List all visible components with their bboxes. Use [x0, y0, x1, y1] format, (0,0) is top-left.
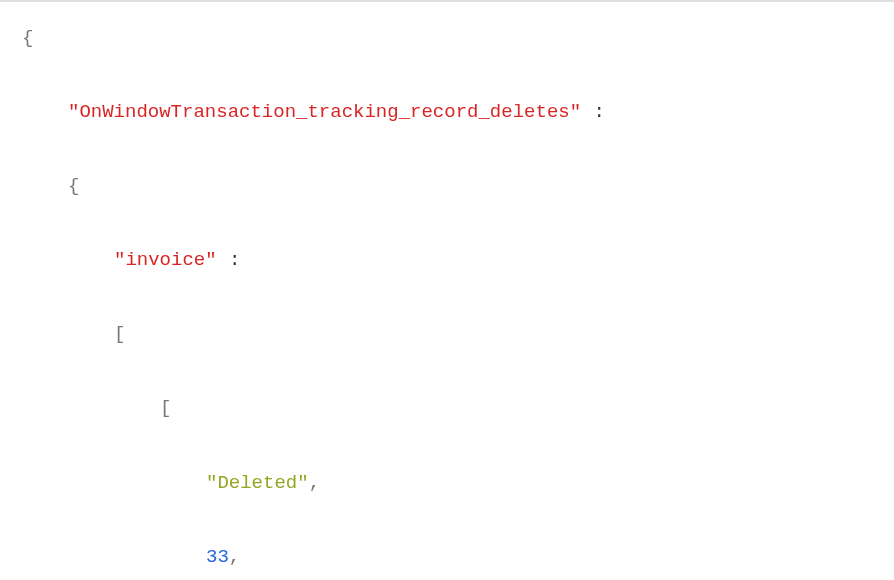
- bracket-open: [: [114, 323, 125, 345]
- brace-open: {: [22, 27, 33, 49]
- colon: :: [217, 249, 242, 271]
- code-line: 33,: [22, 539, 872, 576]
- code-line: {: [22, 20, 872, 57]
- json-number: 33: [206, 546, 229, 568]
- comma: ,: [229, 546, 240, 568]
- code-line: "invoice" :: [22, 242, 872, 279]
- code-line: {: [22, 168, 872, 205]
- bracket-open: [: [160, 397, 171, 419]
- code-line: "OnWindowTransaction_tracking_record_del…: [22, 94, 872, 131]
- json-key: "OnWindowTransaction_tracking_record_del…: [68, 101, 581, 123]
- json-string: "Deleted": [206, 472, 309, 494]
- comma: ,: [309, 472, 320, 494]
- json-key: "invoice": [114, 249, 217, 271]
- colon: :: [581, 101, 606, 123]
- code-line: "Deleted",: [22, 465, 872, 502]
- code-line: [: [22, 390, 872, 427]
- json-code-block: { "OnWindowTransaction_tracking_record_d…: [22, 20, 872, 580]
- brace-open: {: [68, 175, 79, 197]
- code-line: [: [22, 316, 872, 353]
